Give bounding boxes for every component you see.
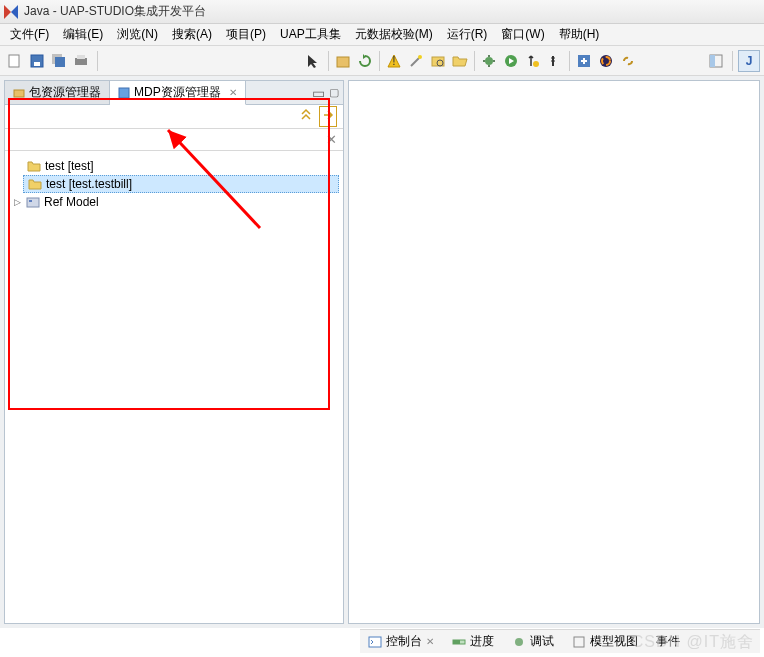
menu-file[interactable]: 文件(F) — [4, 24, 55, 45]
tab-label: 调试 — [530, 633, 554, 650]
debug-icon — [512, 635, 526, 649]
console-icon — [368, 635, 382, 649]
model-icon — [26, 196, 40, 208]
menu-uap-tools[interactable]: UAP工具集 — [274, 24, 347, 45]
menu-run[interactable]: 运行(R) — [441, 24, 494, 45]
tree-item-test[interactable]: test [test] — [23, 157, 339, 175]
warning-icon[interactable]: ! — [383, 50, 405, 72]
editor-area — [348, 80, 760, 624]
tab-mdp-explorer[interactable]: MDP资源管理器 ✕ — [110, 81, 246, 105]
svg-rect-7 — [337, 57, 349, 67]
separator — [732, 51, 733, 71]
view-toolbar — [5, 105, 343, 129]
select-tool-icon[interactable] — [303, 50, 325, 72]
external-tool-icon[interactable] — [573, 50, 595, 72]
svg-rect-27 — [453, 640, 460, 644]
save-button[interactable] — [26, 50, 48, 72]
mdp-icon — [118, 87, 130, 99]
save-all-button[interactable] — [48, 50, 70, 72]
run-last-icon[interactable] — [522, 50, 544, 72]
svg-rect-5 — [75, 58, 87, 65]
expand-icon[interactable]: ▷ — [13, 198, 22, 207]
search-file-icon[interactable] — [427, 50, 449, 72]
separator — [569, 51, 570, 71]
perspective-open-icon[interactable] — [705, 50, 727, 72]
tab-label: 包资源管理器 — [29, 84, 101, 101]
run-icon[interactable] — [500, 50, 522, 72]
package-icon — [13, 87, 25, 99]
maximize-icon[interactable]: ▢ — [329, 86, 339, 99]
tab-progress[interactable]: 进度 — [448, 631, 498, 652]
titlebar: Java - UAP-STUDIO集成开发平台 — [0, 0, 764, 24]
tab-label: 控制台 — [386, 633, 422, 650]
new-button[interactable] — [4, 50, 26, 72]
refresh-icon[interactable] — [354, 50, 376, 72]
svg-point-28 — [515, 638, 523, 646]
folder-open-icon[interactable] — [449, 50, 471, 72]
svg-rect-21 — [14, 90, 24, 97]
tab-debug[interactable]: 调试 — [508, 631, 558, 652]
tab-label: MDP资源管理器 — [134, 84, 221, 101]
run-config-icon[interactable] — [544, 50, 566, 72]
tree-item-testbill[interactable]: test [test.testbill] — [23, 175, 339, 193]
separator — [474, 51, 475, 71]
left-pane: 包资源管理器 MDP资源管理器 ✕ ▭ ▢ ✕ test [test] — [4, 80, 344, 624]
svg-rect-25 — [369, 637, 381, 647]
toolbar: ! J — [0, 46, 764, 76]
java-perspective-icon[interactable]: J — [738, 50, 760, 72]
window-title: Java - UAP-STUDIO集成开发平台 — [24, 3, 206, 20]
folder-icon — [27, 160, 41, 172]
progress-icon — [452, 635, 466, 649]
tree-item-refmodel[interactable]: ▷ Ref Model — [9, 193, 339, 211]
tree-label: test [test.testbill] — [46, 177, 132, 191]
app-logo-icon — [4, 5, 18, 19]
wand-icon[interactable] — [405, 50, 427, 72]
menubar: 文件(F) 编辑(E) 浏览(N) 搜索(A) 项目(P) UAP工具集 元数据… — [0, 24, 764, 46]
menu-edit[interactable]: 编辑(E) — [57, 24, 109, 45]
menu-help[interactable]: 帮助(H) — [553, 24, 606, 45]
tree-view: test [test] test [test.testbill] ▷ Ref M… — [5, 151, 343, 623]
collapse-all-icon[interactable] — [299, 108, 313, 125]
svg-rect-2 — [34, 62, 40, 66]
svg-rect-22 — [119, 88, 129, 98]
svg-text:J: J — [746, 54, 753, 68]
menu-search[interactable]: 搜索(A) — [166, 24, 218, 45]
view-tabs: 包资源管理器 MDP资源管理器 ✕ ▭ ▢ — [5, 81, 343, 105]
svg-point-9 — [418, 55, 422, 59]
close-icon[interactable]: ✕ — [229, 87, 237, 98]
print-button[interactable] — [70, 50, 92, 72]
tab-label: 进度 — [470, 633, 494, 650]
svg-point-12 — [485, 57, 493, 65]
menu-window[interactable]: 窗口(W) — [495, 24, 550, 45]
watermark: CSDN @IT施舍 — [632, 632, 754, 653]
minimize-icon[interactable]: ▭ — [312, 85, 325, 101]
menu-metadata[interactable]: 元数据校验(M) — [349, 24, 439, 45]
tab-package-explorer[interactable]: 包资源管理器 — [5, 81, 110, 104]
workspace: 包资源管理器 MDP资源管理器 ✕ ▭ ▢ ✕ test [test] — [0, 76, 764, 628]
menu-project[interactable]: 项目(P) — [220, 24, 272, 45]
svg-rect-6 — [77, 55, 85, 59]
svg-rect-24 — [29, 200, 32, 202]
separator — [97, 51, 98, 71]
separator — [328, 51, 329, 71]
svg-rect-0 — [9, 55, 19, 67]
separator — [379, 51, 380, 71]
modelview-icon — [572, 635, 586, 649]
close-icon[interactable]: ✕ — [426, 636, 434, 647]
delete-icon[interactable]: ✕ — [326, 132, 337, 147]
svg-point-14 — [533, 61, 539, 67]
link-icon[interactable] — [617, 50, 639, 72]
svg-rect-23 — [27, 198, 39, 207]
svg-text:!: ! — [392, 54, 395, 68]
view-toolbar-2: ✕ — [5, 129, 343, 151]
package-icon[interactable] — [332, 50, 354, 72]
tree-label: test [test] — [45, 159, 94, 173]
menu-browse[interactable]: 浏览(N) — [111, 24, 164, 45]
eclipse-icon[interactable] — [595, 50, 617, 72]
svg-rect-19 — [710, 55, 715, 67]
folder-icon — [28, 178, 42, 190]
svg-rect-29 — [574, 637, 584, 647]
debug-icon[interactable] — [478, 50, 500, 72]
link-editor-icon[interactable] — [319, 106, 337, 127]
tab-console[interactable]: 控制台 ✕ — [364, 631, 438, 652]
